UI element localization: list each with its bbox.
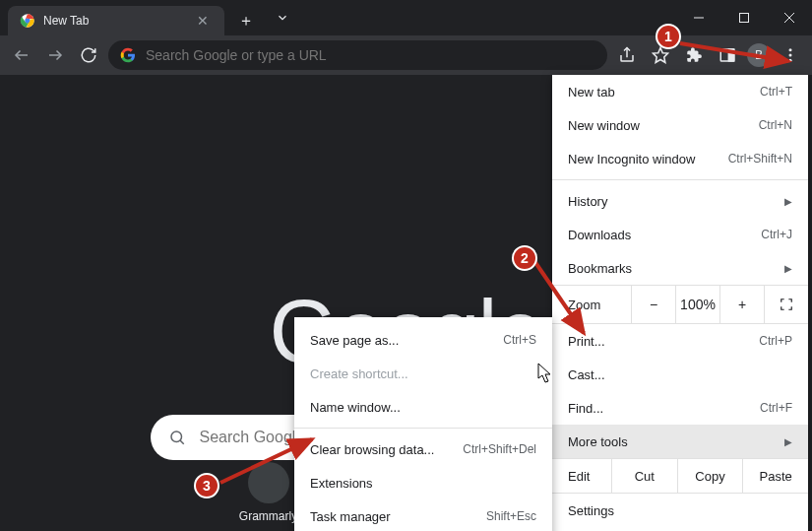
zoom-in-button[interactable]: +	[719, 286, 764, 323]
chevron-right-icon: ▶	[784, 436, 792, 447]
submenu-task-manager[interactable]: Task managerShift+Esc	[294, 499, 552, 531]
submenu-save-page[interactable]: Save page as...Ctrl+S	[294, 323, 552, 357]
menu-help[interactable]: Help▶	[552, 527, 808, 531]
edit-label: Edit	[552, 459, 611, 493]
chevron-right-icon: ▶	[784, 263, 792, 274]
minimize-button[interactable]	[676, 0, 721, 35]
zoom-label: Zoom	[552, 298, 631, 312]
google-g-icon	[120, 47, 136, 63]
menu-cut[interactable]: Cut	[611, 459, 677, 493]
extensions-puzzle-icon[interactable]	[680, 41, 708, 69]
toolbar: B	[0, 35, 812, 75]
share-icon[interactable]	[613, 41, 641, 69]
chrome-main-menu: New tabCtrl+T New windowCtrl+N New Incog…	[552, 75, 808, 531]
back-button[interactable]	[8, 41, 35, 69]
menu-new-window[interactable]: New windowCtrl+N	[552, 108, 808, 142]
menu-downloads[interactable]: DownloadsCtrl+J	[552, 218, 808, 251]
new-tab-button[interactable]: ＋	[232, 6, 260, 35]
maximize-button[interactable]	[721, 0, 767, 35]
svg-marker-9	[654, 48, 668, 63]
zoom-value: 100%	[675, 286, 719, 323]
menu-settings[interactable]: Settings	[552, 494, 808, 527]
menu-zoom-row: Zoom − 100% +	[552, 285, 808, 324]
svg-point-14	[789, 54, 792, 57]
svg-point-13	[789, 48, 792, 51]
tile-icon	[248, 462, 289, 503]
menu-separator	[294, 428, 552, 429]
tab-title: New Tab	[43, 14, 193, 28]
menu-find[interactable]: Find...Ctrl+F	[552, 391, 808, 425]
window-controls	[676, 0, 812, 35]
chrome-menu-button[interactable]	[777, 41, 804, 69]
menu-bookmarks[interactable]: Bookmarks▶	[552, 251, 808, 285]
menu-cast[interactable]: Cast...	[552, 358, 808, 391]
search-icon	[168, 429, 186, 446]
more-tools-submenu: Save page as...Ctrl+S Create shortcut...…	[294, 317, 552, 531]
forward-button[interactable]	[41, 41, 69, 69]
svg-point-16	[171, 431, 182, 442]
menu-incognito[interactable]: New Incognito windowCtrl+Shift+N	[552, 142, 808, 175]
menu-new-tab[interactable]: New tabCtrl+T	[552, 75, 808, 108]
mouse-cursor-icon	[537, 363, 553, 384]
menu-history[interactable]: History▶	[552, 184, 808, 218]
omnibox-input[interactable]	[146, 47, 595, 63]
tile-label: Grammarly	[239, 509, 297, 523]
browser-tab[interactable]: New Tab ✕	[8, 6, 224, 35]
svg-rect-3	[740, 14, 749, 23]
zoom-out-button[interactable]: −	[631, 286, 675, 323]
chrome-favicon-icon	[20, 13, 35, 29]
submenu-create-shortcut: Create shortcut...	[294, 357, 552, 390]
chevron-right-icon: ▶	[784, 196, 792, 207]
menu-copy[interactable]: Copy	[677, 459, 743, 493]
submenu-name-window[interactable]: Name window...	[294, 390, 552, 424]
submenu-clear-browsing-data[interactable]: Clear browsing data...Ctrl+Shift+Del	[294, 432, 552, 466]
menu-paste[interactable]: Paste	[742, 459, 808, 493]
close-window-button[interactable]	[767, 0, 812, 35]
menu-print[interactable]: Print...Ctrl+P	[552, 324, 808, 358]
reload-button[interactable]	[75, 41, 102, 69]
menu-more-tools[interactable]: More tools▶	[552, 425, 808, 458]
menu-separator	[552, 179, 808, 180]
svg-rect-12	[729, 49, 734, 61]
tab-close-icon[interactable]: ✕	[193, 11, 213, 31]
profile-avatar[interactable]: B	[747, 43, 771, 67]
svg-point-15	[789, 59, 792, 62]
title-bar: New Tab ✕ ＋	[0, 0, 812, 35]
submenu-extensions[interactable]: Extensions	[294, 466, 552, 499]
fullscreen-button[interactable]	[764, 286, 808, 323]
annotation-badge-1: 1	[656, 24, 681, 49]
side-panel-icon[interactable]	[714, 41, 741, 69]
avatar-initial: B	[755, 48, 763, 62]
tab-search-chevron-icon[interactable]	[260, 0, 305, 35]
omnibox[interactable]	[108, 40, 607, 70]
svg-line-17	[180, 440, 184, 444]
annotation-badge-3: 3	[194, 473, 219, 498]
annotation-badge-2: 2	[512, 245, 537, 271]
menu-edit-row: Edit Cut Copy Paste	[552, 458, 808, 494]
